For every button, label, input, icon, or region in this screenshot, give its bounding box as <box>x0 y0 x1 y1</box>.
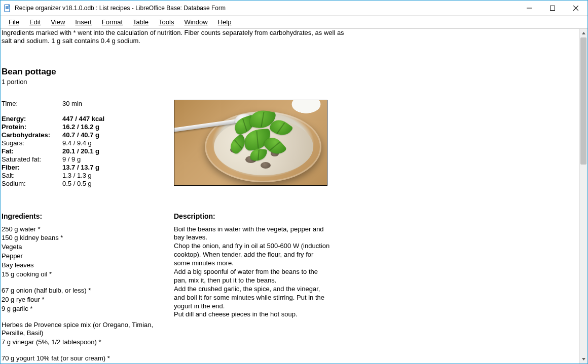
menu-format[interactable]: Format <box>97 17 128 27</box>
ingredients-heading: Ingredients: <box>2 212 174 220</box>
ingredient-item: Pepper <box>2 252 174 261</box>
scroll-track[interactable] <box>579 37 587 355</box>
scroll-up-button[interactable] <box>579 29 587 37</box>
menu-help[interactable]: Help <box>213 17 237 27</box>
time-label: Time: <box>2 100 62 107</box>
nutrition-label: Protein: <box>2 123 62 131</box>
nutrition-label: Salt: <box>2 172 62 179</box>
nutrition-row: Saturated fat:9 / 9 g <box>2 155 174 163</box>
ingredients-group-3: Herbes de Provence spice mix (or Oregano… <box>2 321 159 347</box>
nutrition-row: Protein:16.2 / 16.2 g <box>2 123 174 131</box>
menu-view[interactable]: View <box>46 17 70 27</box>
time-value: 30 min <box>62 100 82 107</box>
nutrition-row: Sugars:9.4 / 9.4 g <box>2 139 174 147</box>
ingredient-item: 7 g vinegar (5%, 1/2 tablespoon) * <box>2 338 159 347</box>
ingredients-group-2: 67 g onion (half bulb, or less) *20 g ry… <box>2 287 174 313</box>
ingredient-item: 150 g kidney beans * <box>2 234 174 242</box>
nutrition-value: 16.2 / 16.2 g <box>62 123 99 131</box>
nutrition-label: Saturated fat: <box>2 155 62 163</box>
vertical-scrollbar[interactable] <box>579 29 587 363</box>
ingredient-item: Vegeta <box>2 243 174 252</box>
menu-edit[interactable]: Edit <box>24 17 46 27</box>
nutrition-row: Sodium:0.5 / 0.5 g <box>2 180 174 187</box>
description-line: Boil the beans in water with the vegeta,… <box>174 225 331 242</box>
maximize-button[interactable] <box>541 1 564 15</box>
ingredient-item: Bay leaves <box>2 261 174 270</box>
menubar: File Edit View Insert Format Table Tools… <box>1 16 587 29</box>
recipe-photo <box>174 100 327 186</box>
description-line: Chop the onion, and fry in oil at 500-60… <box>174 242 331 268</box>
nutrition-row: Salt:1.3 / 1.3 g <box>2 172 174 179</box>
nutrition-row: Energy:447 / 447 kcal <box>2 115 174 123</box>
nutrition-table: Energy:447 / 447 kcalProtein:16.2 / 16.2… <box>2 115 174 187</box>
description-line: Add a big spoonful of water from the bea… <box>174 268 331 285</box>
svg-rect-2 <box>6 7 9 8</box>
ingredient-item: 20 g rye flour * <box>2 296 174 304</box>
menu-table[interactable]: Table <box>128 17 154 27</box>
window-title: Recipe organizer v18.1.0.odb : List reci… <box>15 5 226 12</box>
nutrition-label: Sugars: <box>2 139 62 147</box>
svg-rect-1 <box>6 6 9 7</box>
svg-rect-5 <box>550 6 555 10</box>
ingredient-item: 9 g garlic * <box>2 305 174 313</box>
ingredient-item: 15 g cooking oil * <box>2 270 174 279</box>
menu-window[interactable]: Window <box>179 17 212 27</box>
ingredients-group-4: 70 g yogurt 10% fat (or sour cream) * <box>2 354 174 363</box>
titlebar: Recipe organizer v18.1.0.odb : List reci… <box>1 1 587 16</box>
ingredient-item: Herbes de Provence spice mix (or Oregano… <box>2 321 159 338</box>
menu-tools[interactable]: Tools <box>154 17 179 27</box>
recipe-portion: 1 portion <box>2 78 579 86</box>
window-controls <box>518 1 587 15</box>
minimize-button[interactable] <box>518 1 541 15</box>
ingredients-group-1: 250 g water *150 g kidney beans *VegetaP… <box>2 225 174 279</box>
app-window: Recipe organizer v18.1.0.odb : List reci… <box>0 0 588 364</box>
nutrition-value: 447 / 447 kcal <box>62 115 104 123</box>
nutrition-value: 1.3 / 1.3 g <box>62 172 92 179</box>
nutrition-label: Fiber: <box>2 164 62 171</box>
nutrition-label: Sodium: <box>2 180 62 187</box>
ingredient-item: 250 g water * <box>2 225 174 234</box>
nutrition-label: Carbohydrates: <box>2 131 62 139</box>
description-heading: Description: <box>174 212 331 220</box>
close-button[interactable] <box>564 1 587 15</box>
description-text: Boil the beans in water with the vegeta,… <box>174 225 331 319</box>
nutrition-value: 20.1 / 20.1 g <box>62 147 99 155</box>
menu-insert[interactable]: Insert <box>70 17 97 27</box>
nutrition-label: Energy: <box>2 115 62 123</box>
recipe-title: Bean pottage <box>2 67 579 77</box>
ingredient-item: 70 g yogurt 10% fat (or sour cream) * <box>2 354 174 363</box>
nutrition-row: Carbohydrates:40.7 / 40.7 g <box>2 131 174 139</box>
nutrition-value: 13.7 / 13.7 g <box>62 164 99 171</box>
nutrition-row: Fat:20.1 / 20.1 g <box>2 147 174 155</box>
menu-file[interactable]: File <box>4 17 24 27</box>
nutrition-row: Fiber:13.7 / 13.7 g <box>2 164 174 171</box>
scroll-down-button[interactable] <box>579 355 587 363</box>
nutrition-value: 9 / 9 g <box>62 155 81 163</box>
svg-rect-3 <box>6 8 9 9</box>
nutrition-value: 9.4 / 9.4 g <box>62 139 92 147</box>
nutrition-value: 40.7 / 40.7 g <box>62 131 99 139</box>
description-line: Add the crushed garlic, the spice, and t… <box>174 285 331 311</box>
scroll-thumb[interactable] <box>580 37 586 165</box>
description-line: Put dill and cheese pieces in the hot so… <box>174 310 331 319</box>
ingredient-item: 67 g onion (half bulb, or less) * <box>2 287 174 295</box>
nutrition-label: Fat: <box>2 147 62 155</box>
app-icon <box>4 4 12 12</box>
nutrition-value: 0.5 / 0.5 g <box>62 180 92 187</box>
nutrition-note: Ingredients marked with * went into the … <box>2 29 579 46</box>
form-document[interactable]: Ingredients marked with * went into the … <box>1 29 579 363</box>
